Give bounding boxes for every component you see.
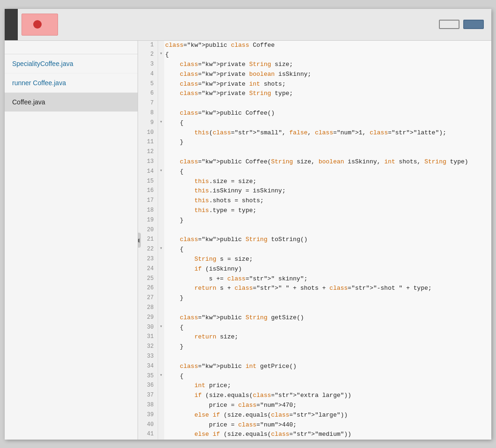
code-line-content[interactable]: int price; [164, 381, 491, 391]
line-number: 23 [138, 255, 158, 264]
code-line-content[interactable]: this.isSkinny = isSkinny; [164, 186, 491, 196]
collapse-arrow[interactable]: ▾ [158, 323, 164, 333]
code-line-content[interactable]: class="kw">private int shots; [164, 80, 491, 89]
code-line-content[interactable]: class="kw">public String toString() [164, 235, 491, 245]
table-row: 39 else if (size.equals(class="str">"lar… [138, 411, 491, 420]
line-number: 9 [138, 118, 158, 128]
collapse-arrow[interactable]: ▾ [158, 167, 164, 177]
collapse-arrow [158, 147, 164, 157]
code-line-content[interactable]: String s = size; [164, 255, 491, 264]
code-line-content[interactable]: return s + class="str">" " + shots + cla… [164, 284, 491, 294]
code-line-content[interactable]: } [164, 138, 491, 147]
collapse-arrow [158, 294, 164, 303]
line-number: 18 [138, 206, 158, 216]
code-line-content[interactable]: class="kw">public class Coffee [164, 41, 491, 51]
table-row: 7 [138, 99, 491, 109]
line-number: 32 [138, 342, 158, 352]
code-line-content[interactable]: } [164, 216, 491, 226]
collapse-arrow [158, 70, 164, 80]
code-line-content[interactable] [164, 147, 491, 157]
line-number: 24 [138, 264, 158, 274]
code-line-content[interactable]: class="kw">public Coffee(String size, bo… [164, 157, 491, 167]
line-number: 7 [138, 99, 158, 109]
sidebar-item-runner[interactable]: runner Coffee.java [5, 73, 138, 93]
code-line-content[interactable]: else if (size.equals(class="str">"large"… [164, 411, 491, 420]
table-row: 31 return size; [138, 332, 491, 342]
code-line-content[interactable] [164, 99, 491, 109]
code-line-content[interactable]: class="kw">public Coffee() [164, 109, 491, 118]
collapse-arrow[interactable]: ▾ [158, 245, 164, 255]
collapse-arrow [158, 264, 164, 274]
table-row: 6 class="kw">private String type; [138, 89, 491, 99]
code-line-content[interactable] [164, 226, 491, 235]
collapse-arrow[interactable]: ▾ [158, 118, 164, 128]
collapse-arrow [158, 430, 164, 439]
code-line-content[interactable]: class="kw">private String size; [164, 60, 491, 70]
collapse-arrow [158, 255, 164, 264]
collapse-panel-button[interactable]: ◀ [138, 233, 141, 248]
code-line-content[interactable]: } [164, 342, 491, 352]
code-wrapper: ◀ 1class="kw">public class Coffee2▾{3 cl… [138, 41, 491, 440]
code-line-content[interactable]: price = class="num">470; [164, 401, 491, 411]
code-line-content[interactable]: class="kw">public String getSize() [164, 313, 491, 323]
collapse-arrow [158, 381, 164, 391]
line-number: 27 [138, 294, 158, 303]
collapse-arrow [158, 411, 164, 420]
code-line-content[interactable]: else if (size.equals(class="str">"medium… [164, 430, 491, 439]
table-row: 4 class="kw">private boolean isSkinny; [138, 70, 491, 80]
collapse-arrow [158, 391, 164, 401]
submit-button[interactable] [463, 20, 484, 29]
code-container[interactable]: 1class="kw">public class Coffee2▾{3 clas… [138, 41, 491, 440]
code-line-content[interactable]: { [164, 372, 491, 382]
line-number: 3 [138, 60, 158, 70]
collapse-arrow [158, 216, 164, 226]
line-number: 12 [138, 147, 158, 157]
collapse-arrow[interactable]: ▾ [158, 372, 164, 382]
sidebar-item-speciality[interactable]: SpecialityCoffee.java [5, 54, 138, 73]
collapse-arrow[interactable]: ▾ [158, 50, 164, 60]
line-number: 19 [138, 216, 158, 226]
code-line-content[interactable]: price = class="num">440; [164, 420, 491, 430]
line-number: 39 [138, 411, 158, 420]
status-tab-label [5, 9, 18, 40]
code-line-content[interactable]: class="kw">private String type; [164, 89, 491, 99]
code-line-content[interactable] [164, 303, 491, 313]
collapse-arrow [158, 401, 164, 411]
code-line-content[interactable]: if (size.equals(class="str">"extra large… [164, 391, 491, 401]
code-line-content[interactable]: class="kw">private boolean isSkinny; [164, 70, 491, 80]
table-row: 10 this(class="str">"small", false, clas… [138, 128, 491, 138]
sidebar-items: SpecialityCoffee.javarunner Coffee.javaC… [5, 54, 138, 112]
line-number: 15 [138, 177, 158, 187]
code-line-content[interactable]: class="kw">public int getPrice() [164, 362, 491, 372]
collapse-arrow [158, 313, 164, 323]
code-line-content[interactable]: { [164, 323, 491, 333]
code-line-content[interactable]: } [164, 294, 491, 303]
collapse-arrow [158, 332, 164, 342]
code-line-content[interactable]: s += class="str">" skinny"; [164, 274, 491, 284]
code-line-content[interactable]: this(class="str">"small", false, class="… [164, 128, 491, 138]
table-row: 16 this.isSkinny = isSkinny; [138, 186, 491, 196]
code-line-content[interactable]: { [164, 167, 491, 177]
sidebar-item-coffee[interactable]: Coffee.java [5, 93, 138, 112]
code-line-content[interactable]: if (isSkinny) [164, 264, 491, 274]
collapse-arrow [158, 420, 164, 430]
line-number: 14 [138, 167, 158, 177]
table-row: 15 this.size = size; [138, 177, 491, 187]
save-button[interactable] [439, 20, 460, 29]
code-line-content[interactable]: this.shots = shots; [164, 196, 491, 206]
table-row: 27 } [138, 294, 491, 303]
table-row: 25 s += class="str">" skinny"; [138, 274, 491, 284]
code-line-content[interactable] [164, 352, 491, 362]
collapse-arrow [158, 196, 164, 206]
table-row: 11 } [138, 138, 491, 147]
table-row: 35▾ { [138, 372, 491, 382]
code-line-content[interactable]: { [164, 118, 491, 128]
code-line-content[interactable]: this.size = size; [164, 177, 491, 187]
code-line-content[interactable]: { [164, 245, 491, 255]
status-circle-icon [33, 20, 42, 29]
line-number: 30 [138, 323, 158, 333]
code-lines: 1class="kw">public class Coffee2▾{3 clas… [138, 41, 491, 440]
code-line-content[interactable]: { [164, 50, 491, 60]
code-line-content[interactable]: return size; [164, 332, 491, 342]
code-line-content[interactable]: this.type = type; [164, 206, 491, 216]
